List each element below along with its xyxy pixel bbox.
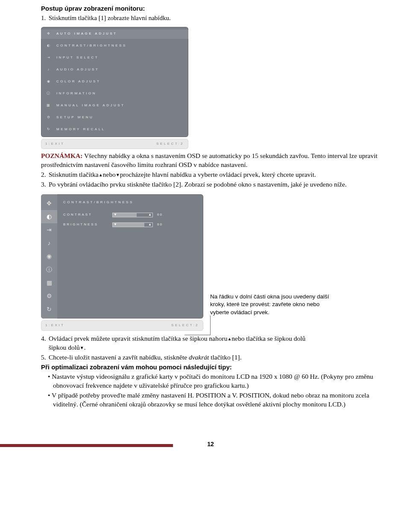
osd-item: ♪AUDIO ADJUST: [41, 65, 188, 75]
osd-submenu-title: CONTRAST/BRIGHTNESS: [62, 199, 199, 210]
contrast-icon: ◐: [45, 44, 53, 49]
recall-icon: ↻: [45, 127, 53, 132]
osd-main-menu: ✥AUTO IMAGE ADJUST ◐CONTRAST/BRIGHTNESS …: [41, 27, 188, 149]
page-title: Postup úprav zobrazení monitoru:: [41, 4, 380, 13]
osd-item: ⓘINFORMATION: [41, 89, 188, 99]
osd-select-hint: SELECT:2: [156, 142, 184, 146]
recall-icon: ↻: [41, 303, 57, 316]
input-icon: ⇥: [41, 223, 57, 237]
brightness-slider: ▼ ▲: [112, 222, 153, 227]
slider-down-icon: ▼: [113, 213, 118, 217]
audio-icon: ♪: [45, 67, 53, 73]
footer-bar: [0, 444, 173, 447]
osd-item: ⚙SETUP MENU: [41, 113, 188, 123]
osd-select-hint: SELECT:2: [171, 323, 199, 328]
osd-item: ⇥INPUT SELECT: [41, 53, 188, 63]
slider-up-icon: ▲: [147, 213, 152, 217]
osd-slider-row: CONTRAST ▼ ▲ 60: [62, 210, 199, 220]
manual-icon: ▦: [45, 103, 53, 108]
osd-item: ✥AUTO IMAGE ADJUST: [41, 29, 188, 39]
color-icon: ◉: [45, 79, 53, 85]
osd-contrast-menu: ✥ ◐ ⇥ ♪ ◉ ⓘ ▦ ⚙ ↻ CONTRAST/BRIGHTNESS CO…: [41, 194, 203, 331]
callout-text: Na řádku v dolní části okna jsou uvedeny…: [210, 293, 338, 316]
slider-label: CONTRAST: [63, 213, 108, 217]
auto-adjust-icon: ✥: [41, 197, 57, 210]
color-icon: ◉: [41, 250, 57, 263]
osd-item: ◉COLOR ADJUST: [41, 77, 188, 87]
auto-adjust-icon: ✥: [45, 32, 53, 37]
step-4: 4.Ovládací prvek můžete upravit stisknut…: [41, 334, 380, 352]
manual-icon: ▦: [41, 276, 57, 289]
step-5: 5.Chcete-li uložit nastavení a zavřít na…: [41, 353, 380, 362]
note-label: POZNÁMKA:: [41, 152, 82, 159]
osd-slider-row: BRIGHTNESS ▼ ▲ 80: [62, 220, 199, 230]
input-icon: ⇥: [45, 56, 53, 61]
slider-value: 80: [157, 222, 165, 227]
info-icon: ⓘ: [41, 263, 57, 276]
page-footer: 12: [41, 434, 380, 450]
step-1: 1.Stisknutím tlačítka [1] zobrazte hlavn…: [41, 14, 380, 22]
slider-down-icon: ▼: [113, 222, 118, 227]
osd-item: ▦MANUAL IMAGE ADJUST: [41, 101, 188, 111]
slider-value: 60: [157, 213, 165, 217]
note: POZNÁMKA: Všechny nabídky a okna s nasta…: [41, 152, 380, 170]
contrast-slider: ▼ ▲: [112, 213, 153, 217]
info-icon: ⓘ: [45, 91, 53, 96]
page-number: 12: [207, 440, 214, 448]
osd-item: ↻MEMORY RECALL: [41, 125, 188, 134]
setup-icon: ⚙: [45, 115, 53, 120]
setup-icon: ⚙: [41, 289, 57, 303]
audio-icon: ♪: [41, 237, 57, 250]
osd-exit-hint: 1:EXIT: [45, 323, 64, 328]
tip-item: • Nastavte výstup videosignálu z grafick…: [41, 372, 380, 390]
osd-footer: 1:EXIT SELECT:2: [41, 320, 203, 331]
osd-sidebar: ✥ ◐ ⇥ ♪ ◉ ⓘ ▦ ⚙ ↻: [41, 194, 57, 319]
tips-heading: Při optimalizaci zobrazení vám mohou pom…: [41, 363, 380, 371]
osd-exit-hint: 1:EXIT: [45, 142, 64, 146]
step-3: 3.Po vybrání ovládacího prvku stiskněte …: [41, 180, 380, 189]
contrast-icon: ◐: [41, 210, 57, 223]
slider-up-icon: ▲: [147, 222, 152, 227]
tip-item: • V případě potřeby proveďte malé změny …: [41, 391, 380, 409]
step-2: 2.Stisknutím tlačítka▲nebo▼procházejte h…: [41, 170, 380, 179]
osd-footer: 1:EXIT SELECT:2: [41, 139, 188, 149]
osd-item: ◐CONTRAST/BRIGHTNESS: [41, 41, 188, 51]
slider-label: BRIGHTNESS: [63, 222, 108, 227]
